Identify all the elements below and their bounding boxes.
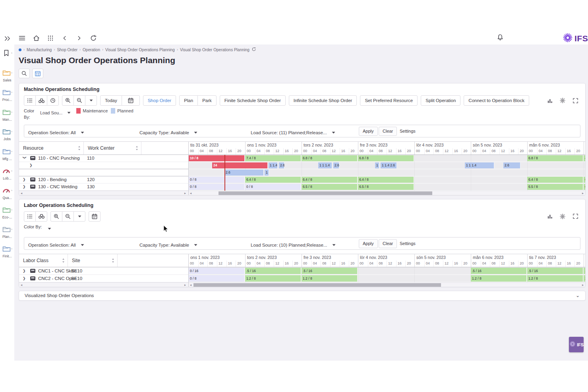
caret-down-button[interactable] xyxy=(74,211,85,222)
filter-load-source[interactable]: Load Source: (11) Planned;Release... xyxy=(251,128,338,137)
home-icon[interactable] xyxy=(32,34,41,42)
rail-item-man[interactable]: ›Man... xyxy=(0,108,14,122)
gantt-bar[interactable]: 6.5 / 8 xyxy=(527,184,583,190)
forward-icon[interactable] xyxy=(75,34,83,42)
app-launcher-icon[interactable] xyxy=(46,34,55,42)
color-by-dropdown[interactable] xyxy=(45,224,54,233)
refresh-icon[interactable] xyxy=(89,34,98,42)
apply-button[interactable]: Apply xyxy=(359,127,378,136)
breadcrumb-item-shop-order[interactable]: Shop Order xyxy=(57,48,77,52)
chevron-right-icon[interactable]: ❯ xyxy=(23,178,27,182)
caret-down-button[interactable] xyxy=(85,95,97,106)
scroll-left-arrow[interactable]: ◂ xyxy=(190,191,191,195)
gantt-bar[interactable]: 0 / 8 xyxy=(189,275,245,282)
rail-item-double-chevron-right[interactable] xyxy=(0,34,14,43)
column-header-work-center[interactable]: Work Center xyxy=(84,142,141,154)
sort-icon[interactable] xyxy=(112,258,114,263)
gantt-bar[interactable]: 2 xyxy=(584,275,585,282)
maximize-icon[interactable] xyxy=(572,213,579,220)
table-row[interactable] xyxy=(19,169,188,176)
filter-operation-selection[interactable]: Operation Selection: All xyxy=(28,241,87,249)
table-row[interactable]: ❯120 - Bending120 xyxy=(19,176,188,183)
scroll-right-arrow[interactable]: ▸ xyxy=(582,191,584,195)
gantt-bar[interactable]: 1 1.4 2.6 xyxy=(381,162,397,168)
notifications-bell-icon[interactable] xyxy=(496,33,505,42)
zoom-out-button[interactable] xyxy=(74,95,85,106)
table-row[interactable]: ❯CNC1 - CNC SkilleSE10 xyxy=(19,267,188,275)
table-scrollbar[interactable]: ◂▸ xyxy=(19,191,188,195)
scrollbar-thumb[interactable] xyxy=(193,283,441,287)
chevron-right-icon[interactable]: ❯ xyxy=(23,269,27,273)
gantt-bar[interactable]: 4 xyxy=(584,155,585,161)
gantt-bar[interactable]: 6.4 / 8 xyxy=(245,177,301,183)
breadcrumb-item-visual-shop-order-operations-planning[interactable]: Visual Shop Order Operations Planning xyxy=(180,48,250,52)
gantt-bar[interactable]: 24 xyxy=(212,162,268,168)
split-operation-button[interactable]: Split Operation xyxy=(421,95,460,106)
binoculars-button[interactable] xyxy=(35,95,47,106)
gantt-bar[interactable]: .5 / 16 xyxy=(471,268,527,274)
table-scrollbar[interactable]: ◂▸ xyxy=(19,282,188,287)
gantt-bar[interactable]: 1.2 / 8 xyxy=(245,275,301,282)
apply-button[interactable]: Apply xyxy=(359,239,378,248)
gantt-bar[interactable]: 6 xyxy=(584,184,585,190)
gantt-bar[interactable]: 0 / 8 xyxy=(245,184,301,190)
scroll-left-arrow[interactable]: ◂ xyxy=(21,191,22,195)
breadcrumb-item-operation[interactable]: Operation xyxy=(83,48,100,52)
gantt-scrollbar[interactable]: ▸◂ xyxy=(189,191,585,195)
calendar-button[interactable] xyxy=(122,95,140,106)
gantt-bar[interactable]: 1.2 / 8 xyxy=(471,275,527,282)
chevron-right-icon[interactable]: ❯ xyxy=(23,185,27,189)
binoculars-button[interactable] xyxy=(35,211,47,222)
rail-item-proc[interactable]: ›Proc... xyxy=(0,88,14,102)
plan-button[interactable]: Plan xyxy=(179,95,198,106)
sort-icon[interactable] xyxy=(78,146,81,151)
scrollbar-thumb[interactable] xyxy=(219,191,432,195)
gantt-bar[interactable]: .5 / 16 xyxy=(245,268,301,274)
filter-capacity-type[interactable]: Capacity Type: Available xyxy=(139,128,200,137)
column-header-site[interactable]: Site xyxy=(68,254,118,267)
gantt-bar[interactable]: .8 xyxy=(584,268,585,274)
history-button[interactable] xyxy=(47,95,59,106)
gantt-bar[interactable]: 6.5 / 8 xyxy=(302,184,358,190)
scroll-right-arrow[interactable]: ▸ xyxy=(184,283,186,287)
today-button[interactable]: Today xyxy=(100,95,122,106)
gantt-bar[interactable]: 2.6 xyxy=(279,162,284,168)
gear-icon[interactable] xyxy=(559,213,566,220)
scroll-right-arrow[interactable]: ▸ xyxy=(184,191,186,195)
gantt-scrollbar[interactable]: ▸◂ xyxy=(189,282,585,287)
clear-button[interactable]: Clear xyxy=(379,239,397,248)
table-view-button[interactable] xyxy=(32,69,43,78)
gantt-bar[interactable]: 1 1 1.4 xyxy=(318,162,332,168)
gantt-bar[interactable]: 6.4 / 8 xyxy=(358,177,414,183)
rail-item-eco[interactable]: ›Eco-... xyxy=(0,205,14,219)
finite-schedule-shop-order-button[interactable]: Finite Schedule Shop Order xyxy=(220,95,286,106)
set-preferred-resource-button[interactable]: Set Preferred Resource xyxy=(360,95,418,106)
list-button[interactable] xyxy=(24,211,36,222)
table-row[interactable]: ❯130 - CNC Welding130 xyxy=(19,183,188,191)
chart-columns-icon[interactable] xyxy=(546,213,553,220)
breadcrumb-home-dot[interactable] xyxy=(19,48,21,52)
gantt-bar[interactable]: 1.2 / 8 xyxy=(527,275,583,282)
rail-item-finit[interactable]: ›Finit... xyxy=(0,244,14,258)
chevron-down-icon[interactable]: ❯ xyxy=(23,156,27,160)
settings-button[interactable]: Settings xyxy=(400,241,416,246)
gantt-bar[interactable]: 6.8 / 8 xyxy=(527,155,583,161)
shop-order-button[interactable]: Shop Order xyxy=(143,95,176,106)
calendar-button[interactable] xyxy=(89,211,101,222)
back-icon[interactable] xyxy=(60,34,69,42)
sort-icon[interactable] xyxy=(62,258,65,263)
connect-to-operation-block-button[interactable]: Connect to Operation Block xyxy=(464,95,529,106)
visualized-shop-order-operations-panel[interactable]: Visualized Shop Order Operations ⌄ xyxy=(19,291,586,301)
gantt-bar[interactable]: 2.6 xyxy=(333,162,339,168)
rail-item-sales[interactable]: ›Sales xyxy=(0,68,14,82)
rail-item-qua[interactable]: ›Qua... xyxy=(0,186,14,200)
rail-item-lob[interactable]: ›Lob... xyxy=(0,166,14,180)
gantt-bar[interactable]: 7.4 / 8 xyxy=(245,155,301,161)
gantt-bar[interactable]: 6.4 / 8 xyxy=(527,177,583,183)
gantt-bar[interactable]: 1.2 / 8 xyxy=(302,275,358,282)
maximize-icon[interactable] xyxy=(572,97,579,104)
gantt-bar[interactable]: 10 / 8 xyxy=(189,155,245,161)
search-button[interactable] xyxy=(19,69,30,78)
chevron-right-icon[interactable]: ❯ xyxy=(23,276,27,280)
rail-item-jobs[interactable]: ›Jobs xyxy=(0,127,14,141)
